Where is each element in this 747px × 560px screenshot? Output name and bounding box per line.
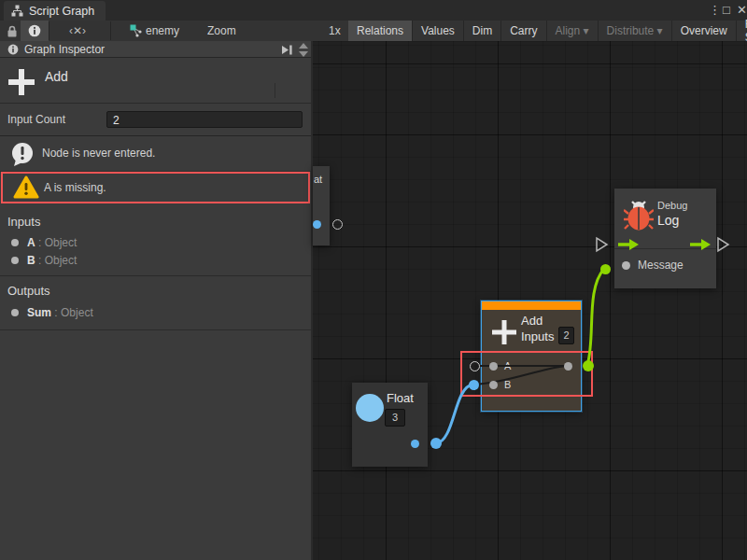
window-menu-icon[interactable]: ⋮ [709, 3, 721, 18]
port-dot [11, 239, 19, 246]
tab-script-graph[interactable]: Script Graph [4, 1, 106, 21]
b-port-dot[interactable] [489, 381, 498, 389]
sum-to-message-wire[interactable] [587, 269, 604, 365]
sum-port-dot[interactable] [564, 362, 572, 371]
dock-icon[interactable] [281, 44, 293, 56]
graph-breadcrumb-label[interactable]: enemy [146, 23, 179, 38]
float-node[interactable]: Float 3 [352, 383, 428, 467]
distribute-dropdown[interactable]: Distribute ▾ [599, 21, 671, 41]
input-count-badge: 2 [558, 327, 574, 344]
port-row-sum: Sum : Object [0, 303, 311, 322]
info-icon [28, 24, 41, 37]
graph-canvas[interactable]: at Float 3 Add Inputs 2 A B [313, 41, 747, 560]
node-title: at [314, 174, 322, 185]
node-title: Add [45, 69, 68, 84]
full-screen-button[interactable]: Full Screen [737, 21, 747, 41]
script-graph-window: Script Graph ⋮ □ ✕ ‹✕› enem [0, 0, 747, 560]
node-header-bar [482, 301, 581, 310]
info-message-box: Node is never entered. [0, 136, 311, 172]
float-output-port-dot[interactable] [411, 440, 419, 448]
node-header-section: Add [0, 59, 311, 104]
message-port-dot[interactable] [622, 261, 630, 270]
chevron-down-icon: ▾ [657, 24, 663, 37]
input-count-label: Input Count [7, 112, 65, 127]
scrub-down-icon[interactable] [299, 51, 308, 57]
node-title: Float [387, 391, 414, 405]
float-value-badge[interactable]: 3 [385, 409, 405, 427]
sum-output-dot[interactable] [583, 360, 594, 371]
overview-button[interactable]: Overview [672, 21, 736, 41]
missing-port-highlight [460, 351, 593, 397]
relations-button[interactable]: Relations [348, 21, 412, 41]
chevron-down-icon: ▾ [584, 24, 589, 37]
code-view-icon[interactable]: ‹✕› [69, 23, 86, 38]
add-icon [492, 320, 516, 344]
node-title-line1: Add [521, 314, 543, 328]
node-title-line2: Log [657, 213, 679, 228]
toolbar: ‹✕› enemy Zoom 1x Relations Values Dim C… [0, 21, 747, 41]
warning-message-text: A is missing. [44, 181, 106, 194]
port-row-a: A : Object [0, 233, 311, 252]
debug-log-node[interactable]: Debug Log Message [614, 189, 716, 288]
speech-alert-icon [10, 142, 35, 167]
info-message-text: Node is never entered. [42, 147, 155, 160]
zoom-value: 1x [329, 23, 341, 38]
graph-breadcrumb-icon [130, 24, 143, 37]
bug-icon [624, 199, 654, 231]
toolbar-buttons: Relations Values Dim Carry Align ▾ Distr… [348, 21, 747, 41]
node-divider [614, 248, 716, 249]
window-close-icon[interactable]: ✕ [737, 3, 747, 18]
dim-button[interactable]: Dim [464, 21, 500, 41]
add-node-icon [8, 69, 35, 95]
window-maximize-icon[interactable]: □ [723, 3, 730, 18]
tab-title: Script Graph [29, 5, 94, 18]
value-port-dot[interactable] [313, 220, 321, 229]
carry-button[interactable]: Carry [501, 21, 545, 41]
node-title-line1: Debug [657, 200, 687, 211]
outputs-section-title: Outputs [7, 284, 50, 298]
float-type-icon [356, 394, 384, 422]
info-icon [7, 44, 19, 55]
inputs-section-title: Inputs [7, 215, 40, 229]
node-title-line2: Inputs [521, 329, 554, 343]
port-label-message: Message [638, 259, 684, 272]
lock-icon[interactable] [7, 25, 18, 37]
warning-icon [13, 175, 39, 200]
port-dot [11, 309, 19, 316]
message-wire-end-dot[interactable] [600, 264, 611, 274]
warning-message-box: A is missing. [1, 172, 310, 203]
flow-input-triangle[interactable] [597, 238, 607, 251]
flow-output-triangle[interactable] [718, 238, 728, 251]
align-dropdown[interactable]: Align ▾ [547, 21, 598, 41]
graph-icon [11, 5, 23, 17]
port-row-b: B : Object [0, 251, 311, 270]
b-input-port-dot[interactable] [469, 380, 479, 390]
port-dot [11, 257, 19, 264]
partial-float-node[interactable]: at [313, 166, 330, 245]
a-input-unconnected-circle[interactable] [470, 361, 480, 371]
unconnected-port-circle[interactable] [332, 219, 343, 230]
scrub-up-icon[interactable] [299, 43, 308, 49]
graph-inspector-panel: Graph Inspector Add Input Count 2 [0, 41, 313, 560]
panel-title: Graph Inspector [24, 43, 105, 56]
tab-bar: Script Graph ⋮ □ ✕ [0, 0, 747, 21]
graph-inspector-header: Graph Inspector [0, 41, 311, 58]
input-count-field[interactable]: 2 [106, 111, 303, 128]
zoom-label: Zoom [207, 23, 236, 38]
inspector-toggle-button[interactable] [21, 21, 49, 41]
values-button[interactable]: Values [413, 21, 463, 41]
wire-start-dot[interactable] [430, 438, 442, 449]
a-port-dot[interactable] [489, 362, 498, 371]
